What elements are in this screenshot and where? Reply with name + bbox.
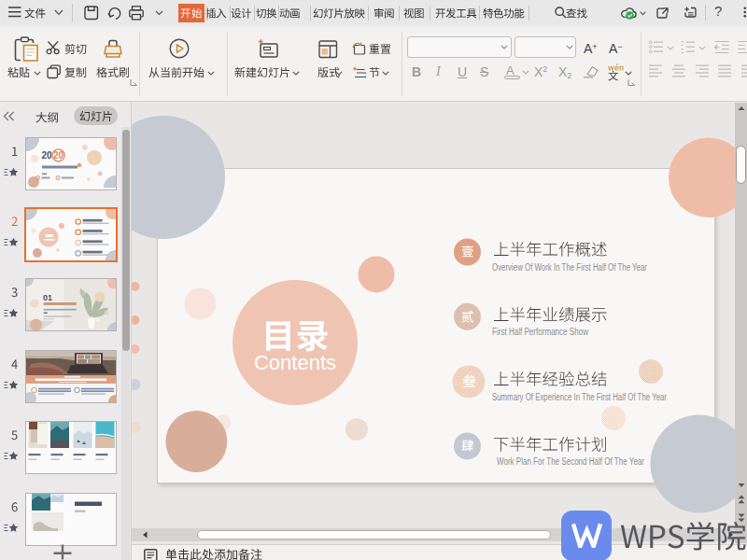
svg-text:01: 01 — [43, 293, 52, 302]
svg-text:20: 20 — [53, 150, 64, 161]
svg-text:20: 20 — [42, 150, 53, 161]
